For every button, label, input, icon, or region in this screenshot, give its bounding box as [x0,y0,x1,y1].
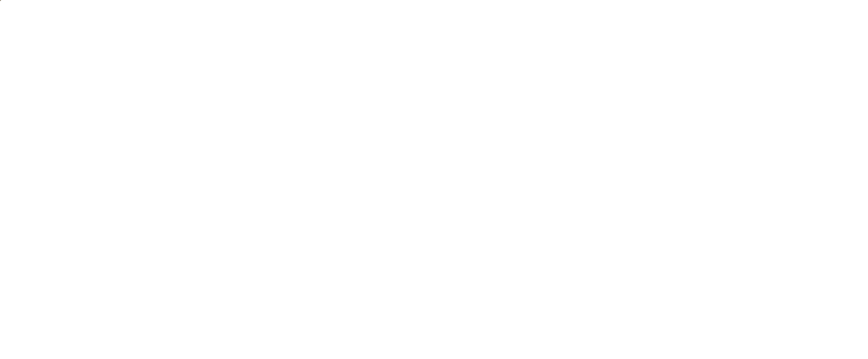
monitor-title-bar[interactable]: 2 PyWxMonitor — ▢ ✕ [1,1,1,1]
screenshot-collage: Sat 6 May, 16:23 Glade: <untitled> _ □ ✕… [0,0,868,359]
pywxmonitor-screenshot: 2 PyWxMonitor — ▢ ✕ OptionsLicense ▾Proc… [0,0,1,1]
